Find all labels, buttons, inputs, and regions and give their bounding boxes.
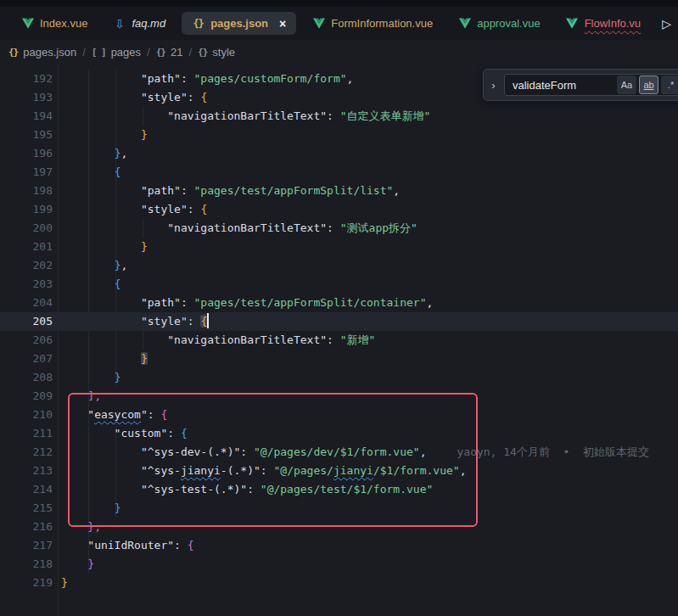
code-token: }	[141, 128, 148, 141]
breadcrumb-item-pages[interactable]: [ ] pages	[92, 46, 141, 59]
code-line[interactable]: 215 }	[0, 499, 678, 518]
tab-forminformation-vue[interactable]: FormInformation.vue	[300, 7, 445, 40]
line-number[interactable]: 204	[0, 294, 53, 312]
code-token: ,	[420, 445, 427, 458]
code-line[interactable]: 198 "path": "pages/test/appFormSplit/lis…	[0, 182, 678, 200]
code-line[interactable]: 213 "^sys-jianyi-(.*)": "@/pages/jianyi/…	[0, 462, 678, 480]
line-number[interactable]: 208	[0, 368, 53, 387]
tab-approval-vue[interactable]: approval.vue	[445, 7, 552, 40]
find-query-text[interactable]: validateForm	[505, 79, 617, 92]
code-line[interactable]: 211 "custom": {	[0, 424, 678, 443]
line-number[interactable]: 219	[0, 574, 53, 592]
code-token: },	[87, 520, 101, 533]
code-line[interactable]: 196 },	[0, 144, 678, 163]
code-token: "pages/test/appFormSplit/container"	[194, 296, 427, 309]
code-token	[61, 277, 115, 290]
code-token: -(.*)":	[221, 464, 274, 477]
breadcrumb-separator: /	[147, 46, 150, 59]
line-number[interactable]: 215	[0, 499, 53, 518]
code-line[interactable]: 203 {	[0, 275, 678, 294]
regex-button[interactable]: .*	[661, 76, 678, 94]
tab-close-icon[interactable]: ×	[279, 18, 286, 30]
code-line[interactable]: 202 },	[0, 256, 678, 275]
line-number[interactable]: 211	[0, 424, 53, 443]
code-line[interactable]: 219}	[0, 574, 678, 592]
line-number[interactable]: 192	[0, 70, 53, 88]
line-number[interactable]: 207	[0, 350, 53, 368]
code-line[interactable]: 195 }	[0, 126, 678, 144]
code-token: ,	[347, 72, 354, 85]
code-line[interactable]: 214 "^sys-test-(.*)": "@/pages/test/$1/f…	[0, 480, 678, 499]
line-number[interactable]: 214	[0, 480, 53, 499]
code-token: "^sys-dev-(.*)":	[61, 445, 254, 458]
breadcrumb-item-style[interactable]: {} style	[198, 46, 235, 59]
find-input[interactable]: validateForm Aa ab .*	[504, 74, 678, 96]
find-toggles: Aa ab .*	[617, 76, 678, 94]
code-text: "style": {	[53, 200, 678, 219]
code-line[interactable]: 206 "navigationBarTitleText": "新增"	[0, 331, 678, 350]
line-number[interactable]: 205	[0, 312, 53, 331]
code-text: "navigationBarTitleText": "自定义表单新增"	[53, 107, 678, 126]
breadcrumb-item-21[interactable]: {} 21	[156, 46, 183, 59]
code-token: easycom	[94, 408, 141, 421]
line-number[interactable]: 201	[0, 238, 53, 256]
code-line[interactable]: 212 "^sys-dev-(.*)": "@/pages/dev/$1/for…	[0, 443, 678, 462]
code-token: "navigationBarTitleText":	[61, 333, 340, 346]
tab-pages-json[interactable]: {} pages.json ×	[182, 12, 296, 35]
tab-overflow-chevron-icon[interactable]: ▷	[662, 17, 671, 31]
line-number[interactable]: 217	[0, 536, 53, 555]
line-number[interactable]: 195	[0, 126, 53, 144]
code-text: "easycom": {	[53, 406, 678, 424]
code-token: }	[141, 352, 148, 365]
code-line[interactable]: 216 },	[0, 518, 678, 536]
code-token: "@/pages/	[273, 464, 333, 477]
code-token: }	[141, 240, 148, 253]
code-line[interactable]: 200 "navigationBarTitleText": "测试app拆分"	[0, 219, 678, 238]
tab-label: approval.vue	[477, 17, 540, 30]
tab-index-vue[interactable]: Index.vue	[8, 7, 100, 40]
line-number[interactable]: 193	[0, 88, 53, 107]
whole-word-button[interactable]: ab	[639, 76, 658, 94]
line-number[interactable]: 218	[0, 555, 53, 574]
line-number[interactable]: 197	[0, 163, 53, 182]
code-line[interactable]: 207 }	[0, 350, 678, 368]
line-number[interactable]: 198	[0, 182, 53, 200]
line-number[interactable]: 212	[0, 443, 53, 462]
code-token: {	[200, 315, 207, 328]
line-number[interactable]: 200	[0, 219, 53, 238]
tab-faq-md[interactable]: ⇩ faq.md	[100, 7, 178, 40]
line-number[interactable]: 209	[0, 387, 53, 406]
breadcrumb-item-file[interactable]: {} pages.json	[8, 46, 76, 59]
code-token: "@/pages/dev/$1/form.vue"	[254, 445, 420, 458]
line-number[interactable]: 210	[0, 406, 53, 424]
object-symbol-icon: {}	[156, 47, 165, 58]
code-line[interactable]: 201 }	[0, 238, 678, 256]
line-number[interactable]: 194	[0, 107, 53, 126]
code-line[interactable]: 199 "style": {	[0, 200, 678, 219]
tab-flowinfo-vue[interactable]: FlowInfo.vu	[553, 7, 653, 40]
code-token: "path":	[61, 184, 194, 197]
code-line[interactable]: 204 "path": "pages/test/appFormSplit/con…	[0, 294, 678, 312]
line-number[interactable]: 199	[0, 200, 53, 219]
find-expand-chevron-icon[interactable]: ›	[484, 70, 503, 100]
match-case-button[interactable]: Aa	[617, 76, 636, 94]
code-line[interactable]: 205 "style": {	[0, 312, 678, 331]
code-line[interactable]: 218 }	[0, 555, 678, 574]
code-line[interactable]: 197 {	[0, 163, 678, 182]
line-number[interactable]: 216	[0, 518, 53, 536]
code-line[interactable]: 208 }	[0, 368, 678, 387]
tab-label: Index.vue	[40, 17, 87, 30]
line-number[interactable]: 206	[0, 331, 53, 350]
code-line[interactable]: 209 ],	[0, 387, 678, 406]
code-token: "path":	[61, 72, 194, 85]
line-number[interactable]: 202	[0, 256, 53, 275]
code-token: }	[61, 576, 68, 589]
line-number[interactable]: 203	[0, 275, 53, 294]
code-line[interactable]: 217 "uniIdRouter": {	[0, 536, 678, 555]
code-line[interactable]: 194 "navigationBarTitleText": "自定义表单新增"	[0, 107, 678, 126]
code-token: ,	[120, 147, 127, 160]
code-line[interactable]: 210 "easycom": {	[0, 406, 678, 424]
line-number[interactable]: 213	[0, 462, 53, 480]
line-number[interactable]: 196	[0, 144, 53, 163]
tab-label: FormInformation.vue	[331, 17, 433, 30]
